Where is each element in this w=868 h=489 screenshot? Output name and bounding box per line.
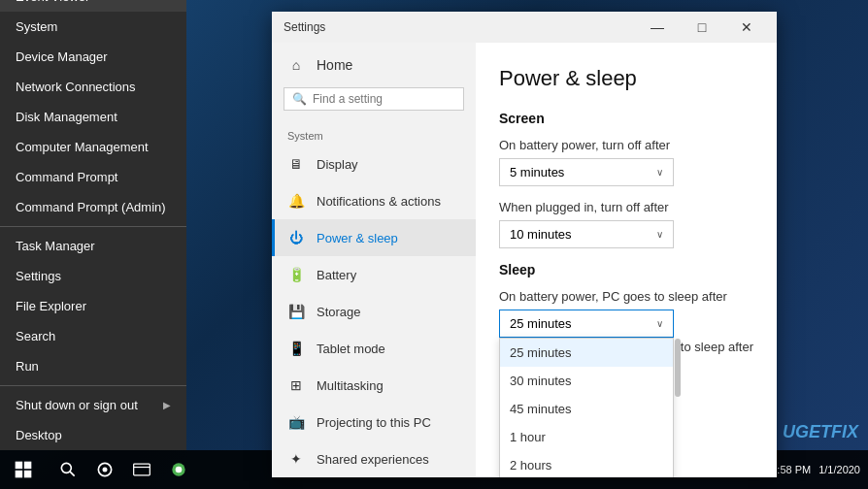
dropdown-chevron-icon-2: ∨ (656, 229, 663, 240)
nav-item-label: Storage (317, 305, 361, 319)
nav-item-label: Power & sleep (317, 231, 398, 245)
shared-icon: ✦ (287, 450, 305, 468)
nav-item-label: Battery (317, 268, 356, 282)
search-box[interactable]: 🔍 (284, 87, 464, 111)
storage-icon: 💾 (287, 303, 305, 320)
dropdown-option-45min[interactable]: 45 minutes (500, 395, 673, 423)
menu-divider (0, 226, 186, 227)
menu-item-cmd-admin[interactable]: Command Prompt (Admin) (0, 192, 186, 222)
dropdown-option-1hr[interactable]: 1 hour (500, 423, 673, 451)
menu-item-task-manager[interactable]: Task Manager (0, 231, 186, 261)
desktop: Apps and Features Mobility Center Power … (0, 0, 868, 489)
screen-section-title: Screen (499, 111, 753, 126)
sleep-plugged-label: to sleep after (681, 340, 753, 354)
nav-item-label: Tablet mode (317, 342, 385, 356)
search-input[interactable] (313, 92, 458, 106)
dropdown-option-25min[interactable]: 25 minutes (500, 339, 673, 367)
nav-item-display[interactable]: 🖥 Display (272, 146, 476, 182)
nav-item-projecting[interactable]: 📺 Projecting to this PC (272, 404, 476, 440)
menu-item-settings[interactable]: Settings (0, 261, 186, 291)
sleep-battery-dropdown[interactable]: 25 minutes ∨ (499, 310, 674, 338)
svg-point-10 (176, 467, 183, 473)
svg-point-7 (103, 468, 108, 473)
close-button[interactable]: ✕ (724, 12, 769, 43)
scrollbar[interactable] (675, 339, 681, 397)
nav-item-tablet[interactable]: 📱 Tablet mode (272, 330, 476, 367)
taskbar-cortana[interactable] (87, 452, 122, 487)
menu-item-device-manager[interactable]: Device Manager (0, 42, 186, 72)
taskbar-chrome[interactable] (161, 452, 196, 487)
svg-rect-3 (24, 471, 32, 478)
menu-item-shutdown[interactable]: Shut down or sign out ▶ (0, 390, 186, 420)
taskbar-search[interactable] (50, 452, 85, 487)
plugged-screen-dropdown[interactable]: 10 minutes ∨ (499, 220, 674, 248)
home-icon: ⌂ (287, 56, 305, 74)
dropdown-option-2hr[interactable]: 2 hours (500, 451, 673, 477)
taskbar-icons (47, 452, 200, 487)
settings-window: Settings — □ ✕ ⌂ Home 🔍 System (272, 12, 777, 477)
chevron-right-icon: ▶ (163, 400, 171, 410)
nav-item-notifications[interactable]: 🔔 Notifications & actions (272, 182, 476, 219)
maximize-button[interactable]: □ (680, 12, 724, 43)
window-title: Settings (284, 20, 639, 34)
menu-item-disk[interactable]: Disk Management (0, 102, 186, 132)
display-icon: 🖥 (287, 155, 305, 173)
menu-item-run[interactable]: Run (0, 351, 186, 381)
sleep-section-title: Sleep (499, 262, 753, 277)
main-content: Power & sleep Screen On battery power, t… (476, 43, 777, 477)
start-button[interactable] (0, 450, 47, 489)
nav-item-label: Multitasking (317, 378, 384, 393)
notifications-icon: 🔔 (287, 192, 305, 210)
nav-item-label: Display (317, 157, 358, 172)
menu-item-cmd[interactable]: Command Prompt (0, 162, 186, 192)
plugged-screen-value: 10 minutes (510, 227, 572, 242)
menu-item-search[interactable]: Search (0, 321, 186, 351)
taskbar-explorer[interactable] (124, 452, 159, 487)
multitasking-icon: ⊞ (287, 376, 305, 394)
minimize-button[interactable]: — (635, 12, 680, 43)
menu-item-computer-mgmt[interactable]: Computer Management (0, 132, 186, 162)
nav-section-label: System (272, 122, 476, 146)
battery-screen-dropdown[interactable]: 5 minutes ∨ (499, 158, 674, 186)
nav-item-battery[interactable]: 🔋 Battery (272, 256, 476, 293)
nav-item-label: Projecting to this PC (317, 415, 431, 430)
taskbar-time: 4:58 PM (771, 464, 811, 475)
menu-item-desktop[interactable]: Desktop (0, 420, 186, 450)
menu-divider-2 (0, 385, 186, 386)
menu-item-system[interactable]: System (0, 12, 186, 42)
nav-item-label: Shared experiences (317, 452, 429, 467)
power-icon: ⏻ (287, 229, 305, 246)
dropdown-option-30min[interactable]: 30 minutes (500, 367, 673, 395)
tablet-icon: 📱 (287, 340, 305, 357)
nav-item-multitasking[interactable]: ⊞ Multitasking (272, 367, 476, 404)
taskbar-right: 4:58 PM 1/1/2020 (771, 464, 868, 475)
menu-item-file-explorer[interactable]: File Explorer (0, 291, 186, 321)
page-title: Power & sleep (499, 66, 753, 91)
plugged-screen-label: When plugged in, turn off after (499, 200, 753, 214)
sleep-section: Sleep On battery power, PC goes to sleep… (499, 262, 753, 338)
nav-item-shared[interactable]: ✦ Shared experiences (272, 440, 476, 477)
context-menu: Apps and Features Mobility Center Power … (0, 0, 186, 450)
battery-screen-label: On battery power, turn off after (499, 138, 753, 152)
home-label: Home (317, 57, 352, 73)
sleep-dropdown-list: 25 minutes 30 minutes 45 minutes 1 hour (499, 338, 674, 477)
svg-rect-0 (16, 462, 23, 470)
svg-line-5 (70, 472, 75, 476)
sleep-battery-label: On battery power, PC goes to sleep after (499, 289, 753, 304)
title-bar: Settings — □ ✕ (272, 12, 777, 43)
battery-screen-value: 5 minutes (510, 165, 564, 179)
settings-body: ⌂ Home 🔍 System 🖥 Display 🔔 Notification… (272, 43, 777, 477)
ugetfix-watermark: UGETFIX (783, 422, 858, 442)
nav-item-storage[interactable]: 💾 Storage (272, 293, 476, 330)
nav-item-power-sleep[interactable]: ⏻ Power & sleep (272, 219, 476, 256)
title-bar-controls: — □ ✕ (639, 12, 765, 43)
svg-rect-1 (24, 462, 32, 470)
nav-panel: ⌂ Home 🔍 System 🖥 Display 🔔 Notification… (272, 43, 476, 477)
menu-item-network[interactable]: Network Connections (0, 72, 186, 102)
svg-rect-8 (134, 464, 150, 475)
projecting-icon: 📺 (287, 413, 305, 431)
nav-home[interactable]: ⌂ Home (272, 43, 476, 87)
nav-item-label: Notifications & actions (317, 194, 441, 209)
sleep-battery-dropdown-container: 25 minutes ∨ 25 minutes 30 minutes 45 (499, 310, 674, 338)
menu-item-event-viewer[interactable]: Event Viewer (0, 0, 186, 12)
